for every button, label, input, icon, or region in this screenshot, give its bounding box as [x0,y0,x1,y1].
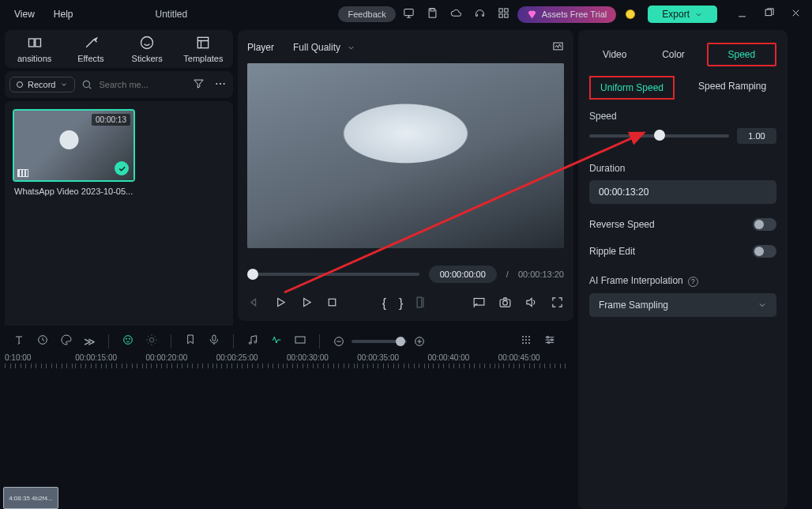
history-icon[interactable] [36,334,49,349]
ripple-edit-toggle[interactable] [753,245,776,258]
svg-rect-0 [404,9,413,16]
scrubber-knob[interactable] [247,269,258,280]
svg-point-37 [528,339,529,340]
svg-rect-8 [35,39,40,47]
duration-field[interactable]: 00:00:13:20 [589,180,776,204]
timecode-total: 00:00:13:20 [518,270,564,279]
svg-point-39 [525,342,526,343]
timeline-clip[interactable]: 4:08:35 4b2f4... [3,487,58,509]
prev-frame-button[interactable] [247,296,261,311]
snapshot-icon[interactable] [498,296,512,311]
scrubber-track[interactable] [247,273,419,276]
media-thumbnail[interactable]: 00:00:13 [13,109,135,182]
filter-icon[interactable] [190,77,206,92]
project-title: Untitled [155,9,187,20]
tab-effects[interactable]: Effects [62,35,118,63]
interpolation-dropdown[interactable]: Frame Sampling [589,293,776,317]
export-button[interactable]: Export [648,6,717,23]
compare-icon[interactable] [415,296,429,311]
stop-button[interactable] [325,296,339,311]
save-icon[interactable] [423,7,443,21]
subtab-uniform-speed[interactable]: Uniform Speed [589,76,675,100]
asset-tabs: ansitions Effects Stickers Templates [5,30,233,68]
volume-icon[interactable] [524,296,538,311]
timeline-ruler[interactable]: 0:10:0000:00:15:0000:00:20:0000:00:25:00… [0,353,569,377]
settings-icon[interactable] [543,334,556,349]
timeline-panel: ≫ [0,326,569,509]
zoom-slider[interactable] [351,340,407,343]
fullscreen-icon[interactable] [551,296,564,311]
zoom-in-icon[interactable] [413,335,426,348]
audio-ai-icon[interactable] [270,334,283,349]
tab-video[interactable]: Video [589,49,640,60]
cast-icon[interactable] [472,296,486,311]
assets-free-trial-button[interactable]: Assets Free Trial [517,6,617,23]
play-button[interactable] [273,296,287,311]
zoom-knob[interactable] [396,337,405,346]
svg-rect-4 [499,14,502,17]
timecode-current[interactable]: 00:00:00:00 [429,266,497,283]
palette-icon[interactable] [60,334,73,349]
tab-speed[interactable]: Speed [707,43,776,66]
chevron-down-icon [347,43,355,52]
aspect-icon[interactable] [294,334,306,349]
filmstrip-icon [17,169,28,177]
music-icon[interactable] [246,334,259,349]
minimize-button[interactable] [731,7,752,21]
speed-value[interactable]: 1.00 [737,128,776,144]
grid-icon[interactable] [520,334,532,349]
chevron-down-icon [757,300,767,310]
ripple-edit-row: Ripple Edit [589,245,776,258]
player-controls: { } [247,292,564,315]
zoom-out-icon[interactable] [333,335,345,348]
tab-templates[interactable]: Templates [175,35,231,63]
play-forward-button[interactable] [299,296,313,311]
quality-dropdown[interactable]: Full Quality [293,42,355,53]
svg-point-28 [254,341,257,343]
speed-knob[interactable] [654,130,665,141]
tab-stickers[interactable]: Stickers [119,35,175,63]
player-label: Player [247,42,274,53]
tab-templates-label: Templates [183,54,223,63]
coin-icon[interactable] [626,9,635,19]
tab-transitions[interactable]: ansitions [6,35,62,63]
monitor-icon[interactable] [399,7,419,21]
search-icon [81,79,92,90]
speed-slider[interactable] [589,134,729,138]
mic-icon[interactable] [208,334,220,349]
apps-icon[interactable] [494,7,514,21]
svg-point-13 [220,82,221,84]
svg-point-22 [124,336,133,345]
ai-face-icon[interactable] [122,334,134,349]
headphones-icon[interactable] [470,7,491,21]
svg-rect-16 [329,299,336,306]
search-input[interactable] [97,79,160,90]
maximize-button[interactable] [758,7,779,21]
record-button[interactable]: Record [9,77,75,92]
text-tool-icon[interactable] [13,334,25,349]
search-box[interactable] [81,79,184,90]
more-icon[interactable] [212,77,228,92]
sun-icon[interactable] [145,334,158,349]
timeline-zoom[interactable] [333,335,426,348]
ruler-mark: 00:00:30:00 [287,353,357,362]
mark-in-button[interactable]: { [382,296,386,311]
properties-panel: Video Color Speed Uniform Speed Speed Ra… [578,30,788,509]
cloud-icon[interactable] [446,7,467,21]
mark-out-button[interactable]: } [399,296,403,311]
thumbnail-image: 00:00:13 [14,111,133,180]
reverse-speed-toggle[interactable] [753,218,776,231]
tab-color[interactable]: Color [648,49,698,60]
more-tools-button[interactable]: ≫ [84,335,96,348]
close-button[interactable] [785,7,806,21]
preview-video[interactable] [247,63,564,248]
ruler-mark: 00:00:45:00 [498,353,569,362]
menu-view[interactable]: View [6,9,43,20]
help-icon[interactable]: ? [688,277,698,287]
waveform-icon[interactable] [552,40,564,55]
subtab-speed-ramping[interactable]: Speed Ramping [689,76,776,100]
marker-icon[interactable] [184,334,197,349]
menu-help[interactable]: Help [46,9,81,20]
feedback-button[interactable]: Feedback [338,6,395,22]
svg-point-11 [84,81,90,87]
